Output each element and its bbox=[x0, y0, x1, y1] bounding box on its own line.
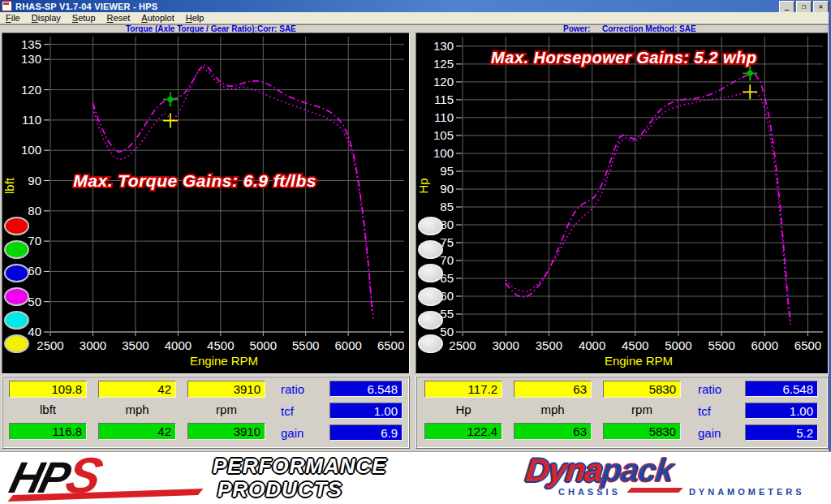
speed-run1-value: 63 bbox=[514, 381, 592, 398]
svg-text:4000: 4000 bbox=[579, 338, 605, 352]
x-axis bbox=[463, 332, 823, 336]
cursor-marker[interactable] bbox=[163, 114, 178, 128]
x-axis-title: Engine RPM bbox=[605, 354, 673, 368]
restore-button[interactable]: ❐ bbox=[796, 1, 812, 13]
svg-text:40: 40 bbox=[28, 325, 41, 338]
minimize-button[interactable]: _ bbox=[779, 1, 794, 13]
svg-text:6000: 6000 bbox=[751, 338, 778, 352]
y-axis-title: Hp bbox=[416, 178, 430, 193]
speed-run1-value: 42 bbox=[98, 381, 176, 398]
svg-text:5500: 5500 bbox=[292, 338, 319, 352]
torque-unit-label: lbft bbox=[9, 402, 87, 418]
app-icon bbox=[2, 1, 12, 11]
x-axis bbox=[50, 332, 404, 336]
trace-color-button-2[interactable] bbox=[418, 264, 443, 282]
svg-text:90: 90 bbox=[28, 174, 41, 187]
ratio-value: 6.548 bbox=[329, 381, 403, 397]
trace-color-button-4[interactable] bbox=[418, 311, 443, 330]
trace-color-button-4[interactable] bbox=[4, 311, 29, 330]
menu-item-autoplot[interactable]: Autoplot bbox=[136, 13, 179, 23]
performance-text: PERFORMANCE bbox=[213, 454, 387, 479]
performance-products-wordmark: PERFORMANCE PRODUCTS bbox=[213, 454, 387, 502]
trace-color-button-1[interactable] bbox=[4, 240, 29, 259]
svg-text:50: 50 bbox=[28, 295, 41, 308]
svg-text:130: 130 bbox=[21, 52, 41, 66]
speed-run2-value: 42 bbox=[98, 423, 176, 440]
rpm-run1-value: 5830 bbox=[603, 381, 681, 398]
ratio-value: 6.548 bbox=[745, 381, 818, 397]
trace-color-button-1[interactable] bbox=[418, 240, 443, 259]
menu-item-reset[interactable]: Reset bbox=[101, 13, 136, 23]
rpm-run2-value: 3910 bbox=[187, 423, 265, 440]
power-run2-value: 122.4 bbox=[424, 423, 502, 440]
svg-text:4000: 4000 bbox=[165, 338, 192, 352]
svg-text:80: 80 bbox=[28, 204, 41, 218]
gain-value: 6.9 bbox=[329, 424, 403, 441]
logo-strip: HPS PERFORMANCE PRODUCTS Dynapack CHASSI… bbox=[0, 451, 831, 504]
menu-item-display[interactable]: Display bbox=[26, 13, 67, 23]
cursor-marker[interactable] bbox=[163, 92, 178, 106]
svg-text:120: 120 bbox=[21, 83, 41, 97]
trace-color-button-0[interactable] bbox=[418, 217, 443, 235]
trace-color-button-3[interactable] bbox=[4, 287, 29, 306]
x-axis-labels: 250030003500400045005000550060006500 bbox=[449, 338, 821, 352]
trace-color-button-5[interactable] bbox=[4, 334, 29, 353]
pack-text: pack bbox=[601, 452, 675, 488]
rpm-run1-value: 3910 bbox=[187, 381, 265, 398]
torque-run1-value: 109.8 bbox=[9, 381, 87, 398]
title-bar[interactable]: RHAS-SP V1.7-04 VIEWER - HPS _ ❐ ✕ bbox=[0, 0, 831, 12]
gains-annotation: Max. Torque Gains: 6.9 ft/lbs bbox=[73, 171, 316, 190]
ratio-label: ratio bbox=[698, 381, 743, 398]
svg-text:6500: 6500 bbox=[794, 338, 821, 352]
gain-label: gain bbox=[698, 424, 743, 442]
trace-color-button-3[interactable] bbox=[418, 287, 443, 306]
svg-text:100: 100 bbox=[21, 143, 41, 157]
svg-text:3000: 3000 bbox=[80, 338, 106, 352]
x-axis-title: Engine RPM bbox=[190, 354, 258, 368]
trace-color-button-2[interactable] bbox=[4, 264, 29, 282]
svg-text:60: 60 bbox=[28, 264, 41, 278]
svg-text:95: 95 bbox=[440, 164, 454, 178]
speed-run2-value: 63 bbox=[514, 423, 592, 440]
rpm-unit-label: rpm bbox=[603, 402, 681, 418]
svg-text:70: 70 bbox=[28, 234, 41, 248]
power-chart-panel: 1301251201151101051009590858075706560555… bbox=[416, 32, 829, 374]
svg-text:115: 115 bbox=[434, 93, 454, 106]
dynapack-logo: Dynapack CHASSIS DYNAMOMETERS bbox=[526, 454, 826, 497]
menu-item-help[interactable]: Help bbox=[180, 13, 210, 23]
speed-unit-label: mph bbox=[98, 402, 176, 418]
grid-lines bbox=[463, 37, 823, 332]
svg-text:90: 90 bbox=[440, 182, 454, 196]
svg-text:120: 120 bbox=[433, 75, 454, 88]
torque-data-panel: 109.8 42 3910 lbft mph rpm 116.8 42 3910… bbox=[2, 376, 410, 449]
svg-text:50: 50 bbox=[440, 325, 454, 338]
chassis-text: CHASSIS bbox=[558, 487, 621, 497]
trace-color-button-5[interactable] bbox=[418, 334, 443, 353]
y-axis-title: lbft bbox=[2, 177, 16, 194]
ratio-label: ratio bbox=[281, 381, 326, 398]
gain-value: 5.2 bbox=[745, 424, 818, 441]
svg-text:110: 110 bbox=[434, 110, 454, 124]
dynamometers-text: DYNAMOMETERS bbox=[689, 487, 805, 497]
cursor-marker[interactable] bbox=[743, 66, 757, 80]
svg-text:4500: 4500 bbox=[207, 338, 234, 352]
power-run1-value: 117.2 bbox=[424, 381, 502, 398]
menu-item-setup[interactable]: Setup bbox=[67, 13, 101, 23]
series-baseline bbox=[506, 92, 790, 325]
svg-text:5000: 5000 bbox=[250, 338, 277, 352]
dynapack-swoosh bbox=[626, 488, 682, 493]
svg-text:6000: 6000 bbox=[335, 338, 362, 352]
svg-text:5500: 5500 bbox=[708, 338, 734, 352]
rpm-run2-value: 5830 bbox=[603, 423, 681, 440]
menu-item-file[interactable]: File bbox=[0, 13, 26, 23]
speed-unit-label: mph bbox=[514, 402, 592, 418]
cursor-marker[interactable] bbox=[743, 84, 757, 99]
svg-text:6500: 6500 bbox=[377, 338, 404, 352]
svg-text:4500: 4500 bbox=[622, 338, 648, 352]
gains-annotation: Max. Horsepower Gains: 5.2 whp bbox=[491, 49, 756, 67]
tcf-value: 1.00 bbox=[329, 403, 403, 419]
close-button[interactable]: ✕ bbox=[813, 1, 829, 13]
window-title: RHAS-SP V1.7-04 VIEWER - HPS bbox=[15, 2, 157, 11]
trace-color-button-0[interactable] bbox=[4, 217, 29, 235]
products-text: PRODUCTS bbox=[217, 477, 387, 502]
